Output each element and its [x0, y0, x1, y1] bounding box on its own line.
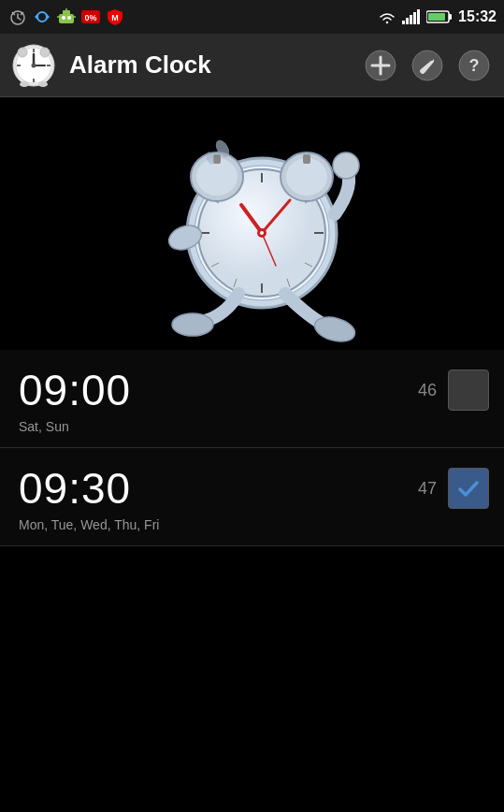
help-button[interactable]: ? [454, 45, 495, 86]
app-title: Alarm Clock [69, 51, 360, 80]
alarm-status-icon [7, 7, 28, 27]
robot-status-icon [56, 7, 77, 27]
alarm-controls-1: 46 [418, 370, 489, 411]
alarm-number-2: 47 [418, 479, 437, 499]
alarm-list: 09:00 46 Sat, Sun 09:30 47 Mon, Tue, [0, 350, 504, 546]
alarm-time-1: 09:00 [19, 365, 131, 415]
status-time: 15:32 [458, 8, 497, 25]
svg-rect-7 [59, 14, 74, 23]
svg-point-75 [172, 313, 213, 336]
svg-rect-70 [303, 154, 310, 164]
alarm-days-1: Sat, Sun [19, 419, 489, 434]
sync-status-icon [32, 7, 52, 27]
svg-point-64 [260, 231, 264, 235]
checkmark-icon [455, 475, 482, 501]
svg-point-34 [18, 48, 27, 57]
alarm-controls-2: 47 [418, 468, 489, 509]
battery-icon [426, 9, 453, 24]
svg-text:?: ? [469, 56, 480, 75]
svg-point-42 [428, 55, 434, 61]
shield-status-icon: M [105, 7, 125, 27]
header-actions: ? [360, 45, 495, 86]
alarm-toggle-2[interactable] [448, 468, 489, 509]
svg-marker-6 [35, 14, 37, 20]
svg-point-35 [40, 48, 50, 57]
alarm-number-1: 46 [418, 381, 437, 400]
alarm-time-2: 09:30 [19, 463, 131, 514]
status-bar: 0% M [0, 0, 504, 34]
svg-point-36 [20, 81, 29, 87]
wifi-icon [378, 9, 396, 24]
svg-rect-18 [406, 18, 409, 24]
svg-rect-24 [428, 13, 445, 21]
app-header: Alarm Clock ? [0, 34, 504, 97]
percent-badge-icon: 0% [80, 7, 101, 27]
svg-line-2 [18, 18, 21, 20]
svg-rect-8 [63, 10, 70, 15]
svg-rect-23 [449, 14, 452, 20]
svg-point-33 [32, 63, 36, 67]
clock-mascot [103, 102, 402, 345]
status-icons-right: 15:32 [378, 8, 497, 25]
svg-text:M: M [111, 13, 119, 22]
svg-point-37 [38, 81, 48, 87]
svg-rect-20 [413, 12, 416, 24]
status-icons-left: 0% M [7, 7, 125, 27]
svg-text:0%: 0% [84, 13, 96, 22]
settings-button[interactable] [407, 45, 448, 86]
app-logo [9, 41, 58, 90]
svg-point-72 [333, 152, 359, 179]
clock-banner [0, 97, 504, 350]
svg-rect-17 [402, 21, 405, 24]
svg-rect-19 [410, 15, 412, 24]
svg-point-9 [62, 16, 65, 20]
signal-icon [402, 9, 421, 24]
add-alarm-button[interactable] [360, 45, 401, 86]
alarm-item-1[interactable]: 09:00 46 Sat, Sun [0, 350, 504, 448]
svg-rect-21 [417, 9, 420, 24]
alarm-toggle-1[interactable] [448, 370, 489, 411]
svg-point-10 [67, 16, 71, 20]
alarm-item-2[interactable]: 09:30 47 Mon, Tue, Wed, Thu, Fri [0, 448, 504, 546]
alarm-days-2: Mon, Tue, Wed, Thu, Fri [19, 517, 489, 532]
